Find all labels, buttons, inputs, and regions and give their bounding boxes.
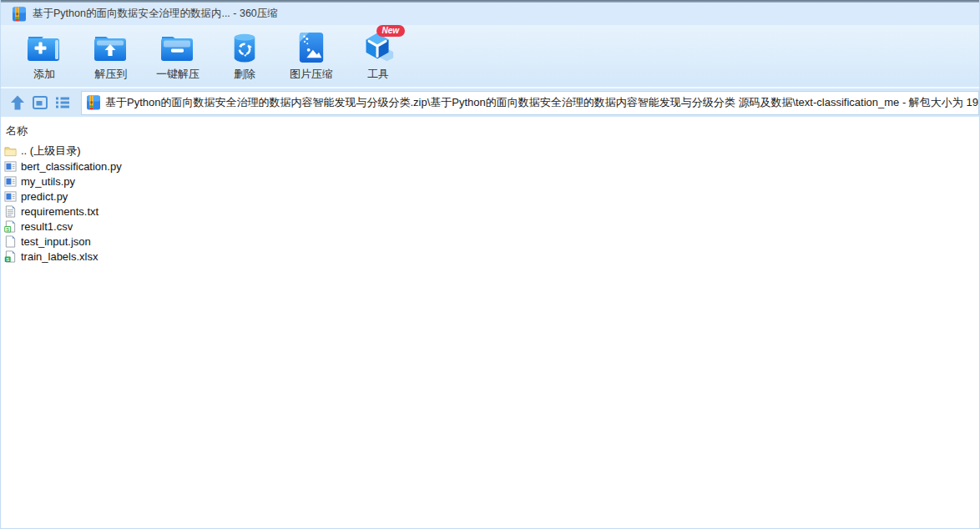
toolbar-button-extract-to-label: 解压到 bbox=[95, 67, 128, 82]
toolbar-button-image-compress[interactable]: 图片压缩 bbox=[278, 25, 345, 85]
archive-zip-icon bbox=[86, 95, 101, 110]
file-row-requirements[interactable]: requirements.txt bbox=[1, 204, 979, 219]
file-row-test-input[interactable]: test_input.json bbox=[1, 234, 979, 249]
python-file-icon bbox=[4, 190, 17, 203]
python-file-icon bbox=[4, 160, 17, 173]
csv-file-icon: S bbox=[4, 220, 17, 233]
toolbar-button-one-click-extract[interactable]: 一键解压 bbox=[144, 25, 211, 85]
list-view-icon[interactable] bbox=[54, 94, 71, 111]
file-name: result1.csv bbox=[21, 220, 73, 233]
file-name: requirements.txt bbox=[21, 205, 99, 218]
svg-text:S: S bbox=[6, 255, 9, 261]
file-row-result1[interactable]: S result1.csv bbox=[1, 219, 979, 234]
titlebar: 基于Python的面向数据安全治理的数据内... - 360压缩 bbox=[1, 3, 979, 25]
text-file-icon bbox=[4, 205, 17, 218]
file-name: bert_classification.py bbox=[21, 160, 122, 173]
toolbar-button-add[interactable]: 添加 bbox=[11, 25, 78, 85]
delete-trash-icon bbox=[226, 30, 263, 65]
address-bar[interactable]: 基于Python的面向数据安全治理的数据内容智能发现与分级分类.zip\基于Py… bbox=[81, 91, 979, 115]
new-badge: New bbox=[376, 25, 405, 37]
toolbar-button-one-click-extract-label: 一键解压 bbox=[156, 67, 200, 82]
view-mode-icon[interactable] bbox=[32, 94, 48, 111]
toolbar-button-delete-label: 删除 bbox=[234, 67, 255, 82]
add-folder-icon bbox=[26, 30, 63, 65]
file-row-predict[interactable]: predict.py bbox=[1, 189, 979, 204]
file-name: .. (上级目录) bbox=[21, 144, 81, 159]
toolbar-button-tools-label: 工具 bbox=[367, 67, 389, 82]
toolbar-button-delete[interactable]: 删除 bbox=[211, 25, 278, 85]
address-path: 基于Python的面向数据安全治理的数据内容智能发现与分级分类.zip\基于Py… bbox=[105, 95, 979, 110]
file-row-parent-directory[interactable]: .. (上级目录) bbox=[1, 144, 979, 159]
up-directory-icon[interactable] bbox=[9, 94, 26, 111]
app-zip-icon bbox=[12, 7, 27, 22]
excel-file-icon: S bbox=[4, 250, 17, 263]
toolbar-button-tools[interactable]: New 工具 bbox=[345, 25, 412, 85]
file-name: train_labels.xlsx bbox=[21, 250, 99, 263]
file-row-my-utils[interactable]: my_utils.py bbox=[1, 174, 979, 189]
toolbar: 添加 解压到 bbox=[1, 25, 979, 87]
extract-to-folder-icon bbox=[93, 30, 129, 65]
file-row-bert-classification[interactable]: bert_classification.py bbox=[1, 159, 979, 174]
file-name: test_input.json bbox=[21, 235, 91, 248]
svg-text:S: S bbox=[6, 225, 9, 231]
toolbar-button-image-compress-label: 图片压缩 bbox=[290, 67, 333, 82]
file-name: predict.py bbox=[21, 190, 68, 203]
one-click-extract-folder-icon bbox=[159, 30, 196, 65]
json-file-icon bbox=[4, 235, 17, 248]
folder-icon bbox=[4, 145, 17, 158]
address-row: 基于Python的面向数据安全治理的数据内容智能发现与分级分类.zip\基于Py… bbox=[1, 87, 979, 117]
360zip-window: 基于Python的面向数据安全治理的数据内... - 360压缩 添加 bbox=[0, 0, 980, 529]
file-row-train-labels[interactable]: S train_labels.xlsx bbox=[1, 249, 979, 264]
file-list-area: 名称 .. (上级目录) bert_classificati bbox=[1, 117, 979, 528]
python-file-icon bbox=[4, 175, 17, 188]
column-header-name[interactable]: 名称 bbox=[1, 117, 979, 144]
window-title: 基于Python的面向数据安全治理的数据内... - 360压缩 bbox=[33, 7, 278, 21]
toolbar-button-extract-to[interactable]: 解压到 bbox=[78, 25, 144, 85]
toolbar-button-add-label: 添加 bbox=[33, 67, 55, 82]
image-compress-icon bbox=[293, 30, 330, 65]
file-name: my_utils.py bbox=[21, 175, 75, 188]
